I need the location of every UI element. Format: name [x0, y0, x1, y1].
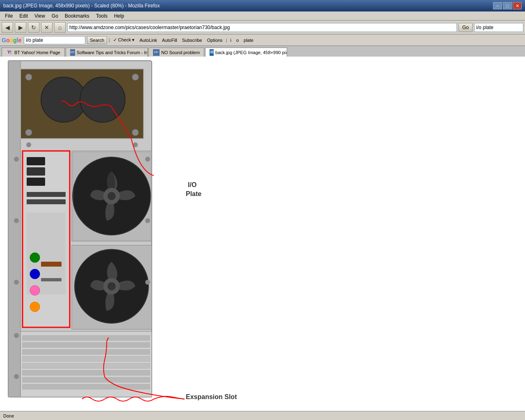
toolbar-autofill[interactable]: AutoFill: [160, 37, 179, 43]
minimize-button[interactable]: −: [493, 2, 502, 9]
menu-go[interactable]: Go: [48, 12, 62, 20]
tab-sound-label: NO Sound problem: [161, 50, 200, 55]
svg-point-30: [107, 192, 116, 200]
svg-point-23: [30, 285, 40, 295]
svg-point-6: [25, 129, 32, 136]
svg-rect-37: [23, 336, 150, 340]
google-toolbar: Google Search | ✓ Check ▾ AutoLink AutoF…: [0, 34, 525, 46]
menu-bookmarks[interactable]: Bookmarks: [62, 12, 93, 20]
image-icon: 🖼: [210, 49, 214, 56]
svg-rect-19: [27, 199, 66, 204]
svg-rect-25: [41, 262, 62, 267]
svg-rect-43: [23, 377, 150, 382]
tab-back-label: back.jpg (JPEG Image, 458×990 pixels) - …: [215, 50, 287, 55]
svg-rect-26: [41, 278, 62, 281]
google-search-input[interactable]: [24, 36, 85, 44]
svg-point-51: [145, 218, 150, 223]
yahoo-icon: Y!: [6, 49, 13, 56]
svg-rect-18: [27, 192, 66, 197]
statusbar: Done: [0, 411, 525, 420]
svg-rect-44: [23, 384, 150, 389]
forum-icon2: FF: [153, 49, 160, 56]
svg-point-4: [25, 74, 32, 80]
page-wrapper: I/O Plate Exspansion Slot: [0, 57, 525, 411]
svg-point-5: [132, 74, 139, 80]
svg-point-52: [145, 280, 150, 285]
svg-point-22: [30, 269, 40, 279]
svg-point-7: [132, 129, 139, 136]
svg-point-50: [145, 157, 150, 162]
svg-point-46: [14, 218, 19, 223]
svg-point-47: [14, 280, 19, 285]
navbar: ◀ ▶ ↻ ✕ ⌂ Go: [0, 21, 525, 34]
svg-rect-42: [23, 370, 150, 375]
toolbar-subscribe[interactable]: Subscribe: [180, 37, 204, 43]
tab-yahoo-label: BT Yahoo! Home Page: [14, 50, 60, 55]
svg-rect-15: [27, 157, 45, 165]
close-button[interactable]: ✕: [513, 2, 522, 9]
go-button[interactable]: Go: [459, 23, 472, 32]
svg-text:I/O: I/O: [188, 181, 196, 188]
svg-point-8: [41, 77, 86, 122]
svg-point-45: [14, 157, 19, 162]
menubar: File Edit View Go Bookmarks Tools Help: [0, 11, 525, 21]
menu-tools[interactable]: Tools: [93, 12, 111, 20]
svg-point-11: [26, 142, 31, 147]
back-button[interactable]: ◀: [2, 22, 13, 33]
home-button[interactable]: ⌂: [54, 22, 66, 33]
reload-button[interactable]: ↻: [28, 22, 39, 33]
google-search-button[interactable]: Search: [87, 36, 107, 44]
svg-text:Plate: Plate: [186, 190, 201, 197]
forward-button[interactable]: ▶: [15, 22, 26, 33]
toolbar-options[interactable]: Options: [205, 37, 224, 43]
titlebar: back.jpg (JPEG Image, 458x990 pixels) - …: [0, 0, 525, 11]
menu-edit[interactable]: Edit: [16, 12, 31, 20]
toolbar-sep2: |: [226, 38, 227, 43]
svg-point-9: [80, 77, 125, 122]
title-text: back.jpg (JPEG Image, 458x990 pixels) - …: [3, 3, 160, 9]
status-text: Done: [3, 413, 14, 418]
forum-icon: FF: [70, 49, 75, 56]
svg-text:Exspansion Slot: Exspansion Slot: [186, 393, 237, 400]
tabs-bar: Y! BT Yahoo! Home Page FF Software Tips …: [0, 46, 525, 57]
main-image: I/O Plate Exspansion Slot: [0, 57, 509, 409]
menu-help[interactable]: Help: [111, 12, 128, 20]
tab-forum[interactable]: FF Software Tips and Tricks Forum - Inbo…: [66, 48, 148, 57]
toolbar-plate-btn[interactable]: plate: [242, 37, 255, 43]
toolbar-o-btn[interactable]: o: [235, 37, 240, 43]
stop-button[interactable]: ✕: [41, 22, 52, 33]
svg-point-49: [14, 374, 19, 379]
svg-rect-39: [23, 349, 150, 354]
svg-rect-38: [23, 342, 150, 347]
svg-rect-16: [27, 167, 45, 176]
svg-point-24: [30, 302, 40, 312]
tab-forum-label: Software Tips and Tricks Forum - Inbox: [77, 50, 148, 55]
toolbar-check[interactable]: ✓ Check ▾: [112, 37, 136, 43]
svg-rect-2: [8, 61, 21, 397]
svg-rect-17: [27, 178, 45, 186]
svg-rect-41: [23, 363, 150, 368]
menu-file[interactable]: File: [2, 12, 16, 20]
svg-point-48: [14, 333, 19, 338]
tab-yahoo[interactable]: Y! BT Yahoo! Home Page: [2, 48, 65, 57]
address-bar[interactable]: [67, 23, 457, 32]
toolbar-separator: |: [109, 38, 110, 43]
maximize-button[interactable]: □: [503, 2, 512, 9]
svg-rect-40: [23, 356, 150, 361]
svg-point-35: [107, 282, 116, 290]
menu-view[interactable]: View: [31, 12, 48, 20]
svg-point-21: [30, 253, 40, 262]
tab-sound[interactable]: FF NO Sound problem: [148, 48, 204, 57]
toolbar-i-btn[interactable]: i: [228, 37, 233, 43]
tab-back[interactable]: 🖼 back.jpg (JPEG Image, 458×990 pixels) …: [205, 48, 287, 57]
search-input[interactable]: [474, 23, 523, 32]
content-area: I/O Plate Exspansion Slot: [0, 57, 525, 411]
toolbar-autolink[interactable]: AutoLink: [138, 37, 159, 43]
google-logo: Google: [2, 37, 21, 43]
window-controls: − □ ✕: [493, 2, 522, 9]
